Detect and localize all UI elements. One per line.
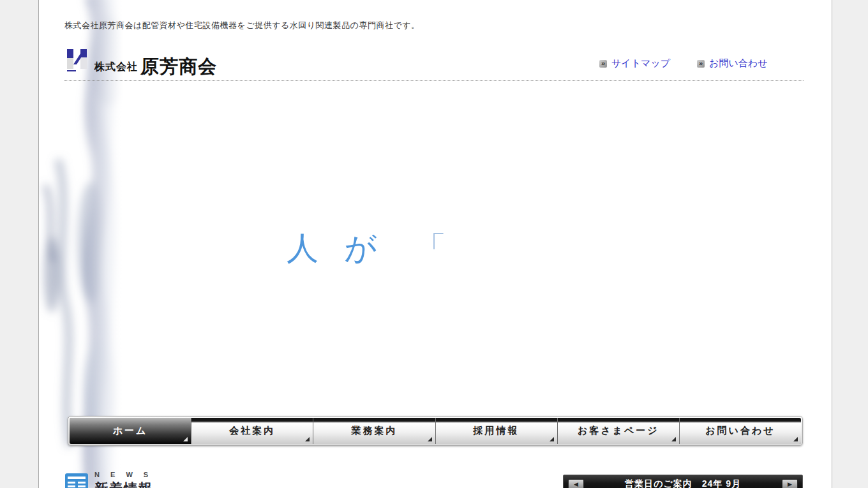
hero-typing-text: 人 が 「 [287,227,455,270]
nav-tab-contact[interactable]: お問い合わせ [680,418,801,444]
calendar-title: 営業日のご案内 24年 9月 [584,478,782,488]
main-navigation: ホーム 会社案内 業務案内 採用情報 お客さまページ お問い合わせ [68,416,803,446]
company-logo[interactable]: 株式会社 原芳商会 [65,48,217,76]
news-section-heading: N E W S 新着情報 [64,471,153,488]
hero-text-main: 人 が [287,230,386,266]
header-utility-links: » サイトマップ » お問い合わせ [599,57,768,70]
nav-tab-customer[interactable]: お客さまページ [558,418,679,444]
hero-text-bracket: 「 [414,230,455,266]
calendar-next-button[interactable]: ▶ [782,479,798,488]
calendar-prev-button[interactable]: ◀ [568,479,584,488]
arrow-square-icon: » [697,60,705,68]
nav-tab-business[interactable]: 業務案内 [313,418,435,444]
newspaper-icon [64,471,89,488]
sitemap-link[interactable]: » サイトマップ [599,57,670,70]
page-container: 株式会社原芳商会は配管資材や住宅設備機器をご提供する水回り関連製品の専門商社です… [38,0,832,488]
business-calendar-bar: ◀ 営業日のご案内 24年 9月 ▶ [563,475,803,488]
news-title: 新着情報 [94,480,153,488]
contact-link[interactable]: » お問い合わせ [697,57,767,70]
company-prefix: 株式会社 [94,61,138,76]
sitemap-link-label: サイトマップ [611,57,670,70]
main-navigation-tabs: ホーム 会社案内 業務案内 採用情報 お客さまページ お問い合わせ [70,418,801,444]
nav-tab-home[interactable]: ホーム [70,418,191,444]
company-name: 原芳商会 [140,57,217,76]
arrow-square-icon: » [599,60,607,68]
contact-link-label: お問い合わせ [709,57,767,70]
nav-tab-company[interactable]: 会社案内 [191,418,313,444]
site-tagline: 株式会社原芳商会は配管資材や住宅設備機器をご提供する水回り関連製品の専門商社です… [64,20,420,31]
header-divider [64,80,804,81]
nav-tab-recruit[interactable]: 採用情報 [436,418,557,444]
news-eyebrow: N E W S [94,471,153,478]
logo-mark-icon [65,48,89,76]
